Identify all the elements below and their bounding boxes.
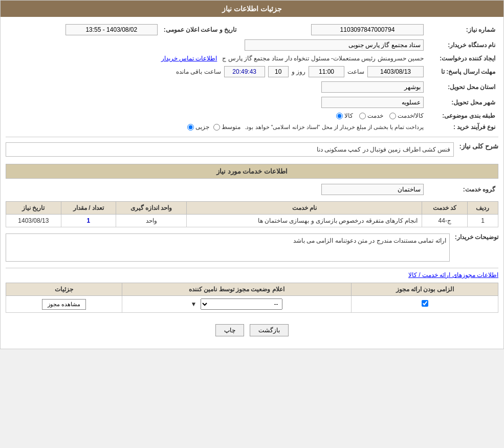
category-value: کالا/خدمت خدمت کالا [6,110,427,121]
need-desc-box: فنس کشی اطراف زمین فوتبال در کمپ مسکونی … [6,142,454,157]
pt-partial-label: جزیی [195,123,209,131]
col-status: اعلام وضعیت مجوز توسط نامین کننده [122,283,352,296]
radio-goods-input[interactable] [336,113,343,119]
buyer-org-value [6,37,427,53]
services-header-row: ردیف کد خدمت نام خدمت واحد اندازه گیری ت… [6,202,498,215]
permissions-table-body: -- ▼ مشاهده مجوز [6,296,498,313]
services-table: ردیف کد خدمت نام خدمت واحد اندازه گیری ت… [6,201,498,227]
radio-goods: کالا [336,112,353,119]
permissions-link-area: اطلاعات مجوزهای ارائه خدمت / کالا [6,271,498,279]
time-label: ساعت [347,68,364,75]
page-title: جزئیات اطلاعات نیاز [222,5,282,13]
radio-medium: متوسط [213,123,240,131]
buyer-notes-section: توضیحات خریدار: ارائه تمامی مستندات مندر… [6,231,498,264]
announce-date-input[interactable] [65,24,158,35]
quantity-value: 1 [87,217,91,224]
radio-medium-input[interactable] [213,124,220,131]
col-details: جزئیات [6,283,122,296]
radio-goods-service: کالا/خدمت [389,112,424,119]
bottom-buttons-area: بازگشت چاپ [6,317,498,344]
list-item: -- ▼ مشاهده مجوز [6,296,498,313]
need-desc-content: فنس کشی اطراف زمین فوتبال در کمپ مسکونی … [6,140,454,159]
perm-status-cell: -- ▼ [122,296,352,313]
cell-service-code: ج-44 [422,215,467,227]
col-service-code: کد خدمت [422,202,467,215]
view-permission-button[interactable]: مشاهده مجوز [42,299,86,310]
radio-goods-service-input[interactable] [389,113,396,119]
need-number-input[interactable] [311,24,424,35]
city-input[interactable] [321,97,424,108]
perm-required-checkbox[interactable] [422,300,428,307]
perm-required-cell [352,296,498,313]
reply-deadline-value: ساعت روز و ساعت باقی مانده [6,64,427,79]
buyer-org-input[interactable] [245,39,424,51]
row-service-group: گروه خدمت: [6,182,498,197]
col-row-num: ردیف [467,202,498,215]
permissions-table-head: الزامی بودن ارائه مجوز اعلام وضعیت مجوز … [6,283,498,296]
cat-goods-service-label: کالا/خدمت [398,112,424,119]
perm-status-container: -- ▼ [126,298,347,310]
col-date: تاریخ نیاز [6,202,61,215]
buyer-notes-content: ارائه تمامی مستندات مندرج در متن دعوتنام… [6,231,450,264]
label-city: شهر محل تحویل: [427,95,498,110]
purchase-type-desc: پرداخت تمام یا بخشی از مبلغ خریدار از مح… [245,124,424,131]
cat-goods-label: کالا [344,112,353,119]
cell-quantity: 1 [61,215,116,227]
reply-date-input[interactable] [367,66,424,77]
row-category: طبقه بندی موضوعی: کالا/خدمت خدمت کالا [6,110,498,121]
cell-service-name: انجام کارهای متفرقه درخصوص بازسازی و بهس… [187,215,422,227]
content-area: شماره نیاز: تاریخ و ساعت اعلان عمومی: نا… [1,17,503,349]
service-group-table: گروه خدمت: [6,182,498,197]
perm-details-cell: مشاهده مجوز [6,296,122,313]
buyer-notes-label: توضیحات خریدار: [450,231,498,241]
service-group-input[interactable] [321,184,424,195]
need-desc-section: شرح کلی نیاز: فنس کشی اطراف زمین فوتبال … [6,140,498,159]
requester-contact-link[interactable]: اطلاعات تماس خریدار [161,55,217,62]
page-header: جزئیات اطلاعات نیاز [1,1,503,17]
reply-remaining-input[interactable] [224,66,265,77]
days-label: روز و [292,68,305,75]
label-service-group: گروه خدمت: [427,182,498,197]
row-reply-deadline: مهلت ارسال پاسخ: تا ساعت روز و ساعت باقی… [6,64,498,79]
requester-value: حسین حسرومنش رئیس مستعملات- مسئول تنخواه… [6,53,427,64]
label-category: طبقه بندی موضوعی: [427,110,498,121]
col-unit: واحد اندازه گیری [116,202,187,215]
cat-service-label: خدمت [367,112,383,119]
row-province: استان محل تحویل: [6,79,498,95]
services-section-header: اطلاعات خدمات مورد نیاز [6,164,498,179]
label-purchase-type: نوع فرآیند خرید : [427,121,498,133]
service-group-value [6,182,427,197]
print-button[interactable]: چاپ [215,324,244,336]
label-reply-deadline: مهلت ارسال پاسخ: تا [427,64,498,79]
perm-status-select[interactable]: -- [201,298,282,310]
need-desc-text: فنس کشی اطراف زمین فوتبال در کمپ مسکونی … [317,146,451,153]
col-quantity: تعداد / مقدار [61,202,116,215]
label-requester: ایجاد کننده درخواست: [427,53,498,64]
row-requester: ایجاد کننده درخواست: حسین حسرومنش رئیس م… [6,53,498,64]
row-buyer-org: نام دستگاه خریدار: [6,37,498,53]
row-city: شهر محل تحویل: [6,95,498,110]
label-need-number: شماره نیاز: [427,22,498,37]
label-announce-date: تاریخ و ساعت اعلان عمومی: [161,22,239,37]
province-input[interactable] [321,81,424,93]
need-desc-label: شرح کلی نیاز: [454,140,498,150]
permissions-link[interactable]: اطلاعات مجوزهای ارائه خدمت / کالا [408,271,498,279]
reply-time-input[interactable] [309,66,344,77]
buyer-notes-text: ارائه تمامی مستندات مندرج در متن دعوتنام… [293,237,446,244]
cell-date: 1403/08/13 [6,215,61,227]
radio-partial: جزیی [187,123,209,131]
back-button[interactable]: بازگشت [250,324,289,336]
services-table-head: ردیف کد خدمت نام خدمت واحد اندازه گیری ت… [6,202,498,215]
row-purchase-type: نوع فرآیند خرید : پرداخت تمام یا بخشی از… [6,121,498,133]
reply-days-input[interactable] [268,66,289,77]
dropdown-icon: ▼ [191,301,197,308]
label-buyer-org: نام دستگاه خریدار: [427,37,498,53]
pt-medium-label: متوسط [222,123,240,131]
radio-partial-input[interactable] [187,124,194,131]
services-table-body: 1 ج-44 انجام کارهای متفرقه درخصوص بازساز… [6,215,498,227]
col-required: الزامی بودن ارائه مجوز [352,283,498,296]
cell-row-num: 1 [467,215,498,227]
radio-service-input[interactable] [359,113,366,119]
page-wrapper: جزئیات اطلاعات نیاز شماره نیاز: تاریخ و … [0,0,504,349]
remaining-label: ساعت باقی مانده [176,68,221,75]
